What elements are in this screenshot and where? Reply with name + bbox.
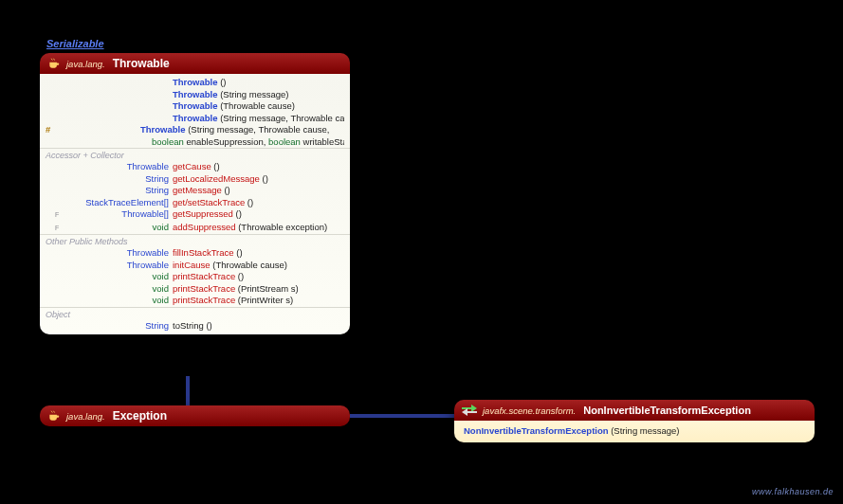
method-name: fillInStackTrace: [173, 247, 234, 258]
return-type: void: [61, 283, 173, 296]
method-name: addSuppressed: [173, 222, 236, 232]
return-type: String: [61, 320, 173, 333]
section-label-accessor: Accessor + Collector: [40, 148, 350, 161]
param-type: boolean: [268, 136, 301, 147]
constructor-row: Throwable (String message, Throwable cau…: [40, 113, 350, 125]
inheritance-connector: [186, 376, 190, 405]
method-row: ThrowablegetCause (): [40, 161, 350, 173]
method-row: StringtoString (): [40, 320, 350, 333]
constructor-row: Throwable (Throwable cause): [40, 100, 350, 113]
class-card-noninvertible: javafx.scene.transform. NonInvertibleTra…: [454, 400, 815, 442]
constructor-row: Throwable (String message): [40, 89, 350, 101]
ctor-params: (String message): [611, 425, 679, 436]
class-header-classname: Exception: [113, 409, 167, 423]
method-name: getSuppressed: [173, 208, 233, 219]
return-type: void: [61, 271, 173, 283]
ctor-params: (String message, Throwable cause): [220, 113, 344, 123]
ctor-params: (Throwable cause): [220, 100, 295, 111]
ctor-params: (String message): [220, 89, 288, 99]
ctor-name: Throwable: [173, 100, 218, 111]
ctor-params: (): [220, 77, 226, 87]
class-header-noninvertible: javafx.scene.transform. NonInvertibleTra…: [454, 400, 815, 421]
method-params: (): [263, 173, 268, 184]
ctor-name: Throwable: [173, 89, 218, 99]
section-label-object: Object: [40, 307, 350, 320]
return-type: String: [61, 185, 173, 197]
constructor-row: Throwable (): [40, 77, 350, 89]
method-row: ThrowableinitCause (Throwable cause): [40, 260, 350, 272]
method-name: get/setStackTrace: [173, 197, 245, 207]
method-params: (): [236, 247, 242, 258]
method-params: (Throwable cause): [212, 260, 287, 270]
class-header-package: java.lang.: [66, 59, 105, 69]
method-row: StackTraceElement[]get/setStackTrace (): [40, 197, 350, 209]
method-row: StringgetLocalizedMessage (): [40, 173, 350, 186]
class-body-noninvertible: NonInvertibleTransformException (String …: [454, 421, 815, 442]
method-params: (PrintWriter s): [238, 295, 293, 305]
ctor-params: (String message, Throwable cause,: [188, 124, 329, 135]
ctor-name: Throwable: [173, 113, 218, 123]
return-type: String: [61, 173, 173, 186]
serializable-label: Serializable: [46, 38, 104, 49]
method-name: getMessage: [173, 185, 222, 195]
method-params: (): [236, 208, 242, 219]
inheritance-connector: [350, 414, 454, 418]
watermark: www.falkhausen.de: [752, 487, 834, 496]
return-type: Throwable: [61, 161, 173, 173]
param-type: boolean: [152, 136, 184, 147]
class-header-classname: Throwable: [113, 57, 170, 70]
method-name: initCause: [173, 260, 211, 270]
return-type: Throwable[]: [61, 208, 173, 221]
method-params: (): [238, 271, 244, 281]
class-header-classname: NonInvertibleTransformException: [583, 405, 751, 416]
method-row: voidprintStackTrace (PrintStream s): [40, 283, 350, 296]
section-label-other: Other Public Methods: [40, 234, 350, 247]
return-type: Throwable: [61, 260, 173, 272]
return-type: void: [61, 295, 173, 307]
param-name: writableStackTrace): [301, 136, 344, 147]
class-card-throwable: java.lang. Throwable Throwable () Throwa…: [40, 53, 350, 334]
class-header-throwable: java.lang. Throwable: [40, 53, 350, 74]
transform-icon: [462, 405, 477, 416]
method-row: ThrowablefillInStackTrace (): [40, 247, 350, 260]
coffee-cup-icon: [47, 57, 61, 70]
constructor-row-continuation: boolean enableSuppression, boolean writa…: [40, 136, 350, 149]
method-params: (): [247, 197, 253, 207]
constructor-row: # Throwable (String message, Throwable c…: [40, 124, 350, 136]
ctor-name: Throwable: [173, 77, 218, 87]
method-params: (): [213, 161, 219, 171]
ctor-name: NonInvertibleTransformException: [464, 425, 609, 436]
return-type: Throwable: [61, 247, 173, 260]
method-name: getLocalizedMessage: [173, 173, 260, 184]
return-type: StackTraceElement[]: [61, 197, 173, 209]
method-name: toString: [173, 320, 204, 331]
constructor-row: NonInvertibleTransformException (String …: [454, 423, 815, 440]
method-name: printStackTrace: [173, 283, 235, 294]
class-body-throwable: Throwable () Throwable (String message) …: [40, 74, 350, 334]
method-params: (): [224, 185, 229, 195]
coffee-cup-icon: [47, 409, 61, 423]
method-name: printStackTrace: [173, 295, 235, 305]
class-card-exception: java.lang. Exception: [40, 405, 350, 426]
method-name: printStackTrace: [173, 271, 235, 281]
param-name: enableSuppression,: [184, 136, 268, 147]
method-params: (Throwable exception): [238, 222, 327, 232]
method-row: voidprintStackTrace (): [40, 271, 350, 283]
method-params: (PrintStream s): [238, 283, 299, 294]
method-name: getCause: [173, 161, 211, 171]
class-header-package: javafx.scene.transform.: [483, 405, 576, 416]
class-header-exception: java.lang. Exception: [40, 405, 350, 426]
class-header-package: java.lang.: [66, 411, 105, 422]
method-row: FvoidaddSuppressed (Throwable exception): [40, 222, 350, 235]
method-row: FThrowable[]getSuppressed (): [40, 208, 350, 222]
method-row: StringgetMessage (): [40, 185, 350, 197]
method-params: (): [206, 320, 211, 331]
return-type: void: [61, 222, 173, 234]
ctor-name: Throwable: [140, 124, 186, 135]
visibility-modifier: #: [46, 124, 55, 136]
method-row: voidprintStackTrace (PrintWriter s): [40, 295, 350, 307]
